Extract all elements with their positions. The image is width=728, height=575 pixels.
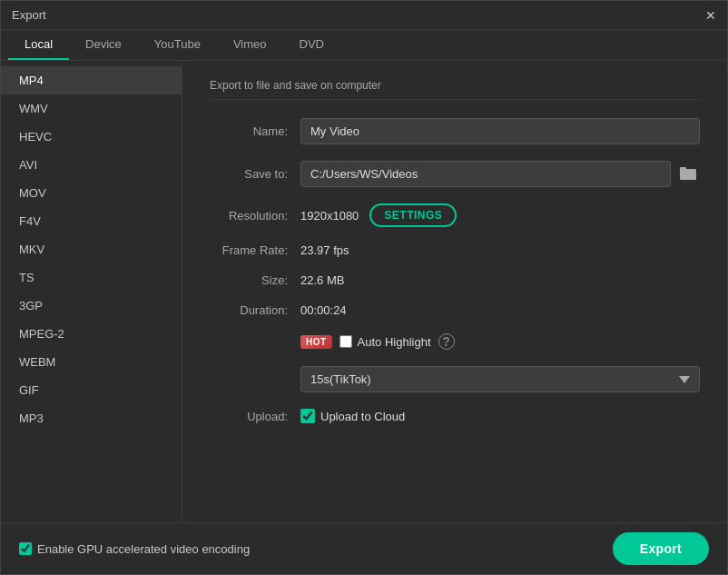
name-input[interactable] (300, 118, 700, 144)
name-label: Name: (210, 124, 300, 138)
svg-rect-1 (680, 167, 686, 171)
sidebar-item-hevc[interactable]: HEVC (1, 123, 182, 151)
tab-bar: Local Device YouTube Vimeo DVD (1, 30, 727, 61)
sidebar-item-mov[interactable]: MOV (1, 179, 182, 207)
tiktok-dropdown-control: 15s(TikTok) 60s(TikTok) 30s(Instagram) 6… (300, 366, 700, 392)
tiktok-duration-select[interactable]: 15s(TikTok) 60s(TikTok) 30s(Instagram) 6… (300, 366, 700, 392)
sidebar-item-avi[interactable]: AVI (1, 151, 182, 179)
duration-label: Duration: (210, 303, 300, 317)
format-sidebar: MP4 WMV HEVC AVI MOV F4V MKV TS 3GP MPEG… (1, 61, 182, 522)
hot-badge: HOT (300, 335, 332, 349)
tiktok-dropdown-row: 15s(TikTok) 60s(TikTok) 30s(Instagram) 6… (210, 366, 700, 392)
duration-row: Duration: 00:00:24 (210, 303, 700, 317)
resolution-value: 1920x1080 (300, 209, 359, 223)
tab-device[interactable]: Device (69, 30, 138, 60)
auto-highlight-checkbox[interactable] (339, 335, 352, 348)
save-to-label: Save to: (210, 167, 300, 181)
sidebar-item-mp3[interactable]: MP3 (1, 404, 182, 432)
section-title: Export to file and save on computer (210, 79, 700, 100)
upload-to-cloud-label: Upload to Cloud (320, 410, 405, 423)
resolution-label: Resolution: (210, 209, 300, 223)
tab-local[interactable]: Local (8, 30, 69, 60)
auto-highlight-label[interactable]: Auto Highlight (339, 335, 431, 349)
tab-vimeo[interactable]: Vimeo (217, 30, 283, 60)
title-bar: Export ✕ (1, 1, 727, 30)
sidebar-item-mpeg2[interactable]: MPEG-2 (1, 320, 182, 348)
size-label: Size: (210, 273, 300, 287)
tab-youtube[interactable]: YouTube (138, 30, 217, 60)
close-button[interactable]: ✕ (705, 9, 716, 22)
gpu-encoding-checkbox[interactable] (19, 542, 32, 555)
upload-row: Upload: Upload to Cloud (210, 409, 700, 423)
resolution-row: Resolution: 1920x1080 SETTINGS (210, 203, 700, 227)
main-panel: Export to file and save on computer Name… (182, 61, 727, 522)
resolution-control: 1920x1080 SETTINGS (300, 203, 700, 227)
auto-highlight-text: Auto Highlight (358, 335, 431, 349)
upload-to-cloud-checkbox[interactable] (300, 409, 315, 423)
name-control (300, 118, 700, 144)
gpu-encoding-text: Enable GPU accelerated video encoding (37, 542, 250, 556)
sidebar-item-gif[interactable]: GIF (1, 376, 182, 404)
export-button[interactable]: Export (613, 532, 709, 565)
sidebar-item-ts[interactable]: TS (1, 263, 182, 292)
settings-button[interactable]: SETTINGS (369, 203, 457, 227)
bottom-bar: Enable GPU accelerated video encoding Ex… (1, 522, 727, 574)
sidebar-item-wmv[interactable]: WMV (1, 94, 182, 123)
content-area: MP4 WMV HEVC AVI MOV F4V MKV TS 3GP MPEG… (1, 61, 727, 522)
sidebar-item-webm[interactable]: WEBM (1, 348, 182, 376)
frame-rate-control: 23.97 fps (300, 243, 700, 257)
save-to-row: Save to: (210, 161, 700, 187)
save-to-control (300, 161, 700, 187)
upload-label: Upload: (210, 410, 300, 423)
size-row: Size: 22.6 MB (210, 273, 700, 287)
upload-control: Upload to Cloud (300, 409, 700, 423)
window-title: Export (12, 8, 46, 22)
frame-rate-label: Frame Rate: (210, 243, 300, 257)
size-control: 22.6 MB (300, 273, 700, 287)
sidebar-item-3gp[interactable]: 3GP (1, 292, 182, 320)
auto-highlight-control: HOT Auto Highlight ? (300, 333, 700, 350)
size-value: 22.6 MB (300, 273, 344, 287)
help-icon[interactable]: ? (438, 333, 455, 350)
frame-rate-row: Frame Rate: 23.97 fps (210, 243, 700, 257)
sidebar-item-f4v[interactable]: F4V (1, 207, 182, 235)
folder-browse-button[interactable] (676, 162, 700, 187)
save-to-input[interactable] (300, 161, 671, 187)
export-window: Export ✕ Local Device YouTube Vimeo DVD … (0, 0, 728, 575)
gpu-encoding-label[interactable]: Enable GPU accelerated video encoding (19, 542, 250, 556)
auto-highlight-row: HOT Auto Highlight ? (210, 333, 700, 350)
frame-rate-value: 23.97 fps (300, 243, 349, 257)
name-row: Name: (210, 118, 700, 144)
duration-control: 00:00:24 (300, 303, 700, 317)
tab-dvd[interactable]: DVD (283, 30, 340, 60)
duration-value: 00:00:24 (300, 303, 347, 317)
sidebar-item-mkv[interactable]: MKV (1, 235, 182, 263)
sidebar-item-mp4[interactable]: MP4 (1, 66, 182, 94)
